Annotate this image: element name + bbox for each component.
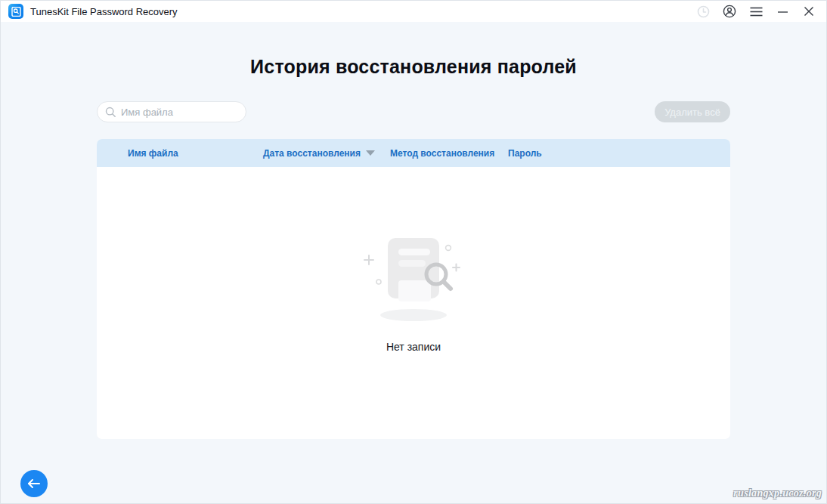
history-clock-icon[interactable] [693, 2, 713, 20]
delete-all-button[interactable]: Удалить всё [655, 101, 730, 122]
empty-document-search-icon [361, 230, 466, 327]
toolbar: Удалить всё [97, 101, 730, 122]
history-table: Имя файла Дата восстановления Метод восс… [97, 139, 730, 439]
minimize-button[interactable] [773, 2, 792, 20]
column-header-password: Пароль [508, 148, 730, 159]
menu-hamburger-icon[interactable] [746, 2, 766, 20]
column-header-filename: Имя файла [97, 148, 263, 159]
table-header-row: Имя файла Дата восстановления Метод восс… [97, 139, 730, 167]
back-button[interactable] [20, 470, 48, 497]
titlebar-controls [693, 2, 819, 20]
sort-desc-icon[interactable] [366, 150, 375, 156]
empty-state: Нет записи [361, 230, 466, 353]
column-header-recovery-date[interactable]: Дата восстановления [263, 148, 390, 159]
app-window: { "titlebar": { "app_title": "TunesKit F… [0, 0, 827, 504]
app-title: TunesKit File Password Recovery [30, 6, 178, 17]
app-logo-icon [8, 4, 23, 19]
column-header-recovery-method: Метод восстановления [390, 148, 508, 159]
close-button[interactable] [799, 2, 819, 20]
watermark-text: ruslangxp.ucoz.org [733, 487, 822, 499]
page-title: История восстановления паролей [1, 56, 826, 78]
empty-state-text: Нет записи [361, 341, 466, 353]
account-icon[interactable] [720, 2, 739, 20]
search-input[interactable] [121, 107, 238, 118]
table-body: Нет записи [97, 167, 730, 439]
back-arrow-icon [27, 478, 41, 489]
search-icon [105, 107, 116, 118]
titlebar: TunesKit File Password Recovery [1, 1, 826, 22]
search-box [97, 101, 246, 122]
